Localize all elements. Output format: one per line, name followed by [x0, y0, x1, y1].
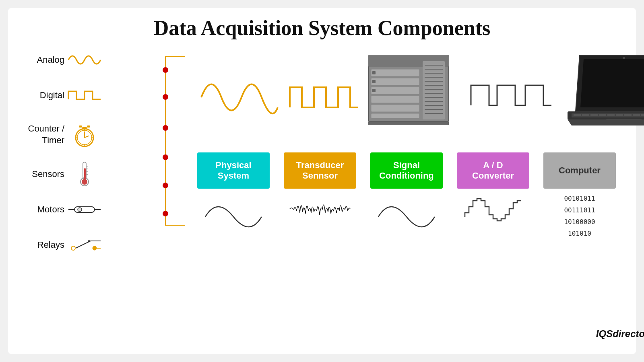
page-title: Data Acquisition System Components [16, 16, 628, 40]
svg-rect-62 [590, 114, 598, 116]
dot-relays [163, 211, 168, 216]
binary-display: 00101011 00111011 10100000 101010 [564, 192, 595, 239]
svg-rect-31 [423, 61, 445, 119]
svg-rect-50 [371, 113, 419, 118]
signal-row-digital: Digital [16, 83, 185, 107]
svg-rect-52 [372, 71, 376, 74]
motors-label: Motors [16, 204, 68, 215]
svg-rect-13 [84, 168, 86, 180]
svg-rect-51 [368, 121, 449, 125]
ad-waveform [457, 193, 529, 225]
svg-rect-53 [372, 80, 376, 83]
computer-label: Computer [543, 152, 616, 189]
vertical-line [165, 56, 166, 225]
binary-line-4: 101010 [564, 229, 595, 239]
analog-label: Analog [16, 55, 68, 65]
svg-rect-2 [82, 127, 87, 130]
svg-rect-63 [599, 114, 606, 116]
component-signal: SignalConditioning [366, 152, 447, 225]
dot-analog [163, 67, 168, 73]
dot-motors [163, 183, 168, 188]
svg-rect-61 [582, 114, 589, 116]
signals-column: Analog Digital Counter /Timer [16, 48, 185, 341]
svg-point-57 [623, 57, 625, 59]
svg-rect-45 [371, 69, 419, 76]
binary-line-3: 10100000 [564, 217, 595, 227]
signal-row-relays: Relays [16, 233, 185, 257]
svg-rect-65 [616, 114, 623, 116]
timer-icon [68, 121, 101, 149]
signal-label: SignalConditioning [370, 152, 443, 189]
svg-rect-54 [372, 89, 376, 92]
content-area: Analog Digital Counter /Timer [16, 48, 628, 341]
dot-digital [163, 94, 168, 100]
svg-rect-4 [87, 125, 90, 128]
sensors-icon [68, 160, 101, 188]
transducer-waveform [284, 193, 356, 225]
analog-wave-diagram [197, 67, 278, 129]
binary-line-1: 00101011 [564, 194, 595, 204]
component-ad: A / DConverter [453, 152, 533, 225]
top-h-line [165, 56, 185, 57]
diagram-area: PhysicalSystem TransducerSennsor [185, 48, 644, 341]
footer-text: IQSdirectory.com [596, 328, 644, 339]
component-computer: Computer 00101011 00111011 10100000 1010… [539, 152, 620, 239]
svg-point-21 [78, 208, 82, 212]
physical-label: PhysicalSystem [197, 152, 270, 189]
top-row [185, 48, 644, 148]
svg-rect-3 [79, 125, 82, 128]
relays-label: Relays [16, 240, 68, 250]
component-transducer: TransducerSennsor [280, 152, 360, 225]
signal-row-motors: Motors [16, 197, 185, 222]
svg-point-26 [93, 246, 97, 250]
dot-timer [163, 125, 168, 131]
signal-waveform [370, 193, 443, 225]
bottom-h-line [165, 225, 185, 226]
svg-rect-60 [574, 114, 581, 116]
digital-pulse-right [467, 73, 555, 123]
signal-row-timer: Counter /Timer [16, 119, 185, 151]
ad-label: A / DConverter [457, 152, 529, 189]
dot-sensors [163, 154, 168, 160]
server-rack [366, 53, 451, 127]
svg-rect-46 [371, 78, 419, 85]
svg-rect-67 [633, 114, 640, 116]
svg-rect-48 [371, 96, 419, 103]
digital-icon [68, 87, 101, 103]
signal-row-analog: Analog [16, 48, 185, 72]
analog-icon [68, 52, 101, 68]
main-container: Data Acquisition System Components Analo… [8, 8, 636, 354]
svg-rect-64 [607, 114, 615, 116]
svg-marker-25 [88, 240, 91, 243]
svg-marker-73 [568, 119, 644, 125]
transducer-label: TransducerSennsor [284, 152, 356, 189]
laptop [568, 51, 644, 137]
sensors-label: Sensors [16, 169, 68, 179]
digital-label: Digital [16, 90, 68, 101]
component-physical: PhysicalSystem [193, 152, 274, 225]
timer-label: Counter /Timer [16, 123, 68, 146]
svg-marker-56 [580, 59, 644, 107]
motors-icon [68, 204, 101, 216]
svg-rect-68 [641, 114, 644, 116]
relays-icon [68, 237, 101, 253]
svg-rect-49 [371, 105, 419, 112]
signal-row-sensors: Sensors [16, 162, 185, 186]
svg-point-14 [82, 179, 87, 185]
svg-rect-47 [371, 87, 419, 94]
svg-rect-66 [624, 114, 632, 116]
binary-line-2: 00111011 [564, 206, 595, 215]
svg-point-23 [71, 246, 75, 250]
bottom-boxes: PhysicalSystem TransducerSennsor [193, 152, 644, 239]
digital-wave-diagram [286, 67, 358, 129]
physical-waveform [197, 193, 270, 225]
